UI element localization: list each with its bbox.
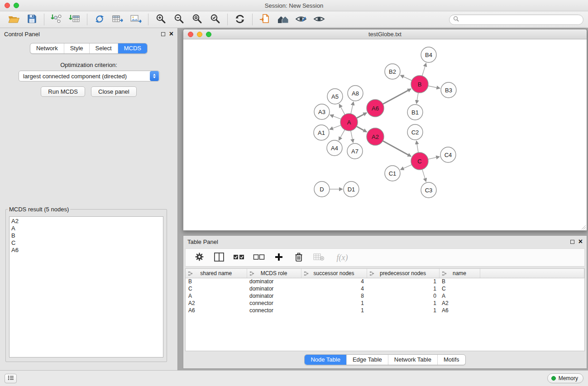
memory-button[interactable]: Memory [547, 373, 583, 383]
table-cell[interactable]: dominator [247, 285, 301, 292]
tab-select[interactable]: Select [89, 43, 118, 53]
mcds-result-item[interactable]: A [11, 225, 163, 232]
table-cell[interactable]: 8 [301, 292, 367, 300]
node-A4[interactable]: A4 [327, 140, 342, 156]
column-header-successor-nodes[interactable]: successor nodes [301, 269, 367, 278]
zoom-out-button[interactable] [170, 13, 188, 27]
run-mcds-button[interactable]: Run MCDS [41, 86, 85, 97]
table-row[interactable]: A2connector11A2 [186, 300, 584, 307]
node-C1[interactable]: C1 [385, 166, 400, 181]
zoom-selected-button[interactable] [206, 13, 224, 27]
node-A[interactable]: A [340, 114, 358, 131]
table-cell[interactable]: B [439, 278, 480, 285]
save-session-button[interactable] [23, 13, 41, 27]
edge-C-C4[interactable] [428, 157, 440, 159]
network-graph[interactable]: AA6A2BCA5A8A3A1A4A7B2B4B3B1C2C4C1C3DD1 [183, 39, 587, 230]
tab-style[interactable]: Style [64, 43, 89, 53]
node-A1[interactable]: A1 [314, 125, 329, 140]
create-column-button[interactable] [272, 251, 285, 264]
table-cell[interactable]: 0 [367, 292, 439, 300]
search-box[interactable] [449, 14, 583, 25]
split-view-button[interactable] [213, 251, 225, 264]
edge-A-A3[interactable] [330, 115, 341, 119]
table-cell[interactable]: 1 [367, 278, 439, 285]
export-table-button[interactable] [109, 13, 127, 27]
node-A8[interactable]: A8 [348, 86, 363, 101]
edge-C-C1[interactable] [401, 165, 412, 170]
table-cell[interactable]: A [439, 292, 480, 300]
float-table-panel-icon[interactable] [570, 240, 574, 244]
table-cell[interactable]: connector [247, 307, 301, 314]
table-cell[interactable]: 4 [301, 278, 367, 285]
table-cell[interactable]: A [186, 292, 247, 300]
node-B2[interactable]: B2 [385, 64, 400, 79]
close-panel-icon[interactable]: × [169, 32, 173, 36]
node-A2[interactable]: A2 [367, 128, 384, 145]
node-D1[interactable]: D1 [344, 181, 359, 197]
table-row[interactable]: Cdominator41C [186, 285, 584, 292]
import-network-button[interactable] [48, 13, 66, 27]
tab-motifs[interactable]: Motifs [437, 355, 465, 365]
open-folder-button[interactable] [5, 13, 23, 27]
edge-A6-B[interactable] [383, 89, 411, 105]
table-cell[interactable]: A6 [439, 307, 480, 314]
node-B1[interactable]: B1 [407, 105, 423, 120]
optimization-criterion-dropdown[interactable]: largest connected component (directed) [19, 71, 160, 81]
table-row[interactable]: Bdominator41B [186, 278, 584, 285]
function-builder-button[interactable]: f(x) [332, 251, 352, 264]
task-history-button[interactable] [5, 374, 17, 383]
delete-table-button[interactable] [312, 251, 325, 264]
zoom-network-button[interactable] [206, 32, 211, 37]
edge-B-B2[interactable] [401, 76, 412, 81]
show-hide-button[interactable] [310, 13, 328, 27]
node-A5[interactable]: A5 [327, 89, 343, 104]
node-A6[interactable]: A6 [367, 100, 384, 117]
table-row[interactable]: A6connector11A6 [186, 307, 584, 314]
edge-A-A4[interactable] [339, 130, 345, 140]
table-cell[interactable]: C [186, 285, 247, 292]
zoom-in-button[interactable] [152, 13, 170, 27]
node-C2[interactable]: C2 [407, 124, 423, 140]
network-arrows-button[interactable] [91, 13, 109, 27]
tab-network-table[interactable]: Network Table [388, 355, 437, 365]
mcds-result-item[interactable]: C [11, 239, 163, 247]
edge-A2-C[interactable] [383, 141, 411, 156]
zoom-fit-button[interactable] [188, 13, 206, 27]
column-header-mcds-role[interactable]: MCDS role [247, 269, 301, 278]
edge-C-C2[interactable] [416, 141, 418, 152]
table-cell[interactable]: 4 [301, 285, 367, 292]
table-cell[interactable]: A6 [186, 307, 247, 314]
mcds-result-item[interactable]: B [11, 232, 163, 239]
edge-B-B4[interactable] [422, 63, 426, 76]
close-window-button[interactable] [5, 3, 10, 8]
close-table-panel-icon[interactable]: × [578, 239, 583, 244]
table-cell[interactable]: 1 [301, 300, 367, 307]
network-canvas[interactable]: AA6A2BCA5A8A3A1A4A7B2B4B3B1C2C4C1C3DD1 [183, 39, 587, 230]
table-cell[interactable]: A2 [439, 300, 480, 307]
node-C4[interactable]: C4 [440, 147, 456, 162]
mcds-result-item[interactable]: A6 [11, 247, 163, 254]
column-header-shared-name[interactable]: shared name [186, 269, 247, 278]
node-A7[interactable]: A7 [347, 143, 363, 159]
table-settings-button[interactable] [193, 251, 206, 264]
edge-A-A2[interactable] [357, 126, 367, 132]
network-overview-button[interactable] [274, 13, 292, 27]
table-cell[interactable]: 1 [367, 285, 439, 292]
tab-mcds[interactable]: MCDS [118, 43, 147, 53]
unselect-all-columns-button[interactable] [253, 251, 265, 264]
zoom-window-button[interactable] [14, 3, 19, 8]
tab-network[interactable]: Network [30, 43, 64, 53]
mcds-result-list[interactable]: A2ABCA6 [9, 216, 163, 357]
node-D[interactable]: D [314, 181, 330, 197]
table-cell[interactable]: connector [247, 300, 301, 307]
resize-grip-icon[interactable] [581, 224, 586, 230]
node-A3[interactable]: A3 [314, 104, 330, 119]
tab-edge-table[interactable]: Edge Table [346, 355, 388, 365]
table-cell[interactable]: A2 [186, 300, 247, 307]
table-cell[interactable]: 1 [367, 307, 439, 314]
table-cell[interactable]: B [186, 278, 247, 285]
import-table-button[interactable] [66, 13, 84, 27]
table-cell[interactable]: dominator [247, 292, 301, 300]
table-cell[interactable]: dominator [247, 278, 301, 285]
open-recent-network-button[interactable] [256, 13, 274, 27]
